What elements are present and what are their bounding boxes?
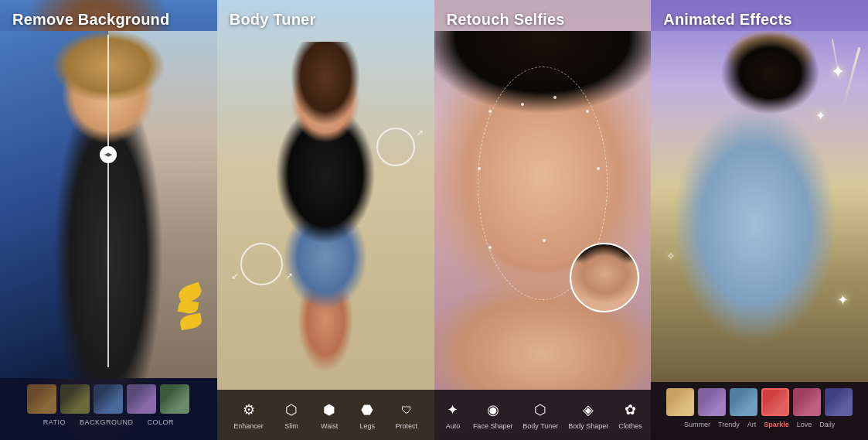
sparkle-2: ✦ xyxy=(815,108,825,123)
tool-body-shaper[interactable]: Body Shaper xyxy=(568,400,608,430)
tool-face-shaper[interactable]: Face Shaper xyxy=(473,400,513,430)
panel-4-bottom-bar: Summer Trendy Art Sparkle Love Daily xyxy=(651,382,868,440)
adjust-circle-hips xyxy=(240,243,283,285)
panel-3-title: Retouch Selfies xyxy=(447,11,565,29)
panel-2-bottom-bar: Enhancer Slim Waist Legs Protect xyxy=(217,390,434,440)
thumbnail-row xyxy=(27,384,189,414)
tool-body-shaper-label: Body Shaper xyxy=(568,422,608,430)
tool-protect[interactable]: Protect xyxy=(395,400,417,430)
arrow-right-2: ↗ xyxy=(285,271,293,281)
label-daily: Daily xyxy=(819,421,835,428)
panel-1-bottom-bar: RATIO BACKGROUND COLOR xyxy=(0,378,217,440)
tool-auto-label: Auto xyxy=(446,422,461,430)
label-ratio: RATIO xyxy=(43,418,66,426)
label-trendy: Trendy xyxy=(718,421,740,428)
style-thumb-summer[interactable] xyxy=(666,388,694,416)
style-labels: Summer Trendy Art Sparkle Love Daily xyxy=(684,421,835,428)
tool-face-shaper-label: Face Shaper xyxy=(473,422,513,430)
waist-icon xyxy=(319,400,339,420)
tool-auto[interactable]: Auto xyxy=(443,400,463,430)
face-dot-2 xyxy=(521,103,524,106)
tool-clothes-label: Clothes xyxy=(618,422,642,430)
thumbnail-1[interactable] xyxy=(27,384,56,414)
tool-waist[interactable]: Waist xyxy=(319,400,339,430)
panel-body-tuner: Body Tuner ↗ ↙ ↗ Enhancer Slim Waist Leg… xyxy=(217,0,434,440)
bodytuner-icon xyxy=(530,400,550,420)
label-art: Art xyxy=(747,421,757,428)
tool-clothes[interactable]: Clothes xyxy=(618,400,642,430)
arrow-left: ↙ xyxy=(231,271,239,281)
panel-animated-effects: Animated Effects ✦ ✦ ✧ ✦ Summer Trendy A… xyxy=(651,0,868,440)
split-line xyxy=(107,35,109,367)
label-love: Love xyxy=(797,421,812,428)
tool-enhancer[interactable]: Enhancer xyxy=(233,400,264,430)
face-dot-8 xyxy=(543,239,546,242)
label-summer: Summer xyxy=(684,421,710,428)
leaf-3 xyxy=(179,313,203,331)
panel-4-title: Animated Effects xyxy=(663,11,792,29)
tool-waist-label: Waist xyxy=(321,422,338,430)
style-thumb-love[interactable] xyxy=(793,388,821,416)
tool-body-tuner[interactable]: Body Tuner xyxy=(523,400,558,430)
tool-slim[interactable]: Slim xyxy=(281,400,301,430)
face-dot-3 xyxy=(553,96,557,99)
tool-legs-label: Legs xyxy=(360,422,376,430)
bottom-labels: RATIO BACKGROUND COLOR xyxy=(43,418,174,426)
protect-icon xyxy=(397,400,417,420)
label-background: BACKGROUND xyxy=(80,418,134,426)
panel-retouch-selfies: Retouch Selfies Auto Face Shaper Body Tu… xyxy=(434,0,652,440)
tool-slim-label: Slim xyxy=(284,422,298,430)
sparkle-3: ✧ xyxy=(666,250,676,262)
faceshaper-icon xyxy=(483,400,503,420)
face-thumbnail xyxy=(570,243,639,312)
panel-2-person xyxy=(264,42,387,390)
enhancer-icon xyxy=(239,400,259,420)
tool-legs[interactable]: Legs xyxy=(357,400,377,430)
leaf-2 xyxy=(178,299,199,315)
tool-body-tuner-label: Body Tuner xyxy=(523,422,558,430)
thumbnail-2[interactable] xyxy=(60,384,90,414)
split-handle[interactable] xyxy=(100,146,117,163)
face-dot-5 xyxy=(478,167,481,170)
style-thumb-sparkle[interactable] xyxy=(761,388,789,416)
style-thumbnails xyxy=(666,388,853,416)
slim-icon xyxy=(281,400,301,420)
panel-3-bottom-bar: Auto Face Shaper Body Tuner Body Shaper … xyxy=(434,390,652,440)
panel-2-title: Body Tuner xyxy=(230,11,316,29)
tool-protect-label: Protect xyxy=(395,422,417,430)
clothes-icon xyxy=(621,400,641,420)
label-sparkle: Sparkle xyxy=(764,421,789,428)
panel-3-face xyxy=(434,31,652,390)
bodyshaper-icon xyxy=(578,400,598,420)
legs-icon xyxy=(357,400,377,420)
auto-icon xyxy=(443,400,463,420)
sparkle-4: ✦ xyxy=(837,292,849,309)
thumbnail-3[interactable] xyxy=(94,384,123,414)
panel-2-person-image xyxy=(264,42,387,390)
style-thumb-trendy[interactable] xyxy=(698,388,726,416)
panel-4-person xyxy=(651,31,868,382)
face-dot-1 xyxy=(488,110,492,113)
tool-enhancer-label: Enhancer xyxy=(233,422,264,430)
thumbnail-4[interactable] xyxy=(127,384,156,414)
decorative-leaves xyxy=(155,285,202,339)
adjust-circle-waist xyxy=(376,128,415,166)
panel-remove-background: Remove Background RATIO BACKGROUND COLOR xyxy=(0,0,217,440)
label-color: COLOR xyxy=(148,418,175,426)
style-thumb-art[interactable] xyxy=(730,388,757,416)
arrow-right: ↗ xyxy=(416,128,424,138)
panel-1-title: Remove Background xyxy=(12,11,169,29)
thumbnail-5[interactable] xyxy=(160,384,189,414)
style-thumb-daily[interactable] xyxy=(825,388,853,416)
